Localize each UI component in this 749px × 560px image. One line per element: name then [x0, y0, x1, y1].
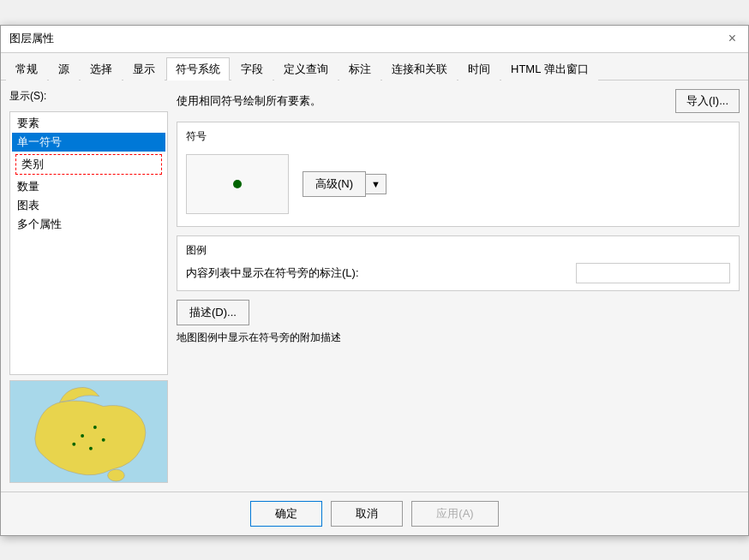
symbol-dot	[233, 180, 242, 188]
layer-properties-dialog: 图层属性 × 常规 源 选择 显示 符号系统 字段 定义查询 标注 连接和关联 …	[0, 25, 749, 536]
symbol-section: 符号 高级(N) ▼	[177, 122, 740, 227]
svg-point-4	[72, 442, 75, 445]
main-description: 使用相同符号绘制所有要素。	[177, 93, 321, 109]
description-section: 描述(D)... 地图图例中显示在符号旁的附加描述	[177, 300, 740, 345]
tab-fields[interactable]: 字段	[231, 57, 273, 80]
list-item-features[interactable]: 要素	[12, 114, 165, 133]
right-panel: 使用相同符号绘制所有要素。 导入(I)... 符号 高级(N) ▼	[177, 89, 740, 483]
tab-symbology[interactable]: 符号系统	[166, 57, 230, 80]
close-button[interactable]: ×	[725, 30, 740, 47]
tab-source[interactable]: 源	[49, 57, 79, 80]
svg-point-3	[93, 426, 97, 429]
legend-section: 图例 内容列表中显示在符号旁的标注(L):	[177, 235, 740, 291]
left-panel: 显示(S): 要素 单一符号 类别 数量 图表 多个属性	[9, 89, 168, 483]
map-preview	[9, 380, 168, 483]
legend-row: 内容列表中显示在符号旁的标注(L):	[186, 263, 730, 283]
tab-html-popup[interactable]: HTML 弹出窗口	[501, 57, 598, 80]
tab-time[interactable]: 时间	[458, 57, 500, 80]
tab-labels[interactable]: 标注	[339, 57, 380, 80]
svg-point-6	[89, 446, 93, 450]
import-button[interactable]: 导入(I)...	[675, 89, 740, 113]
tab-selection[interactable]: 选择	[81, 57, 122, 80]
content-area: 显示(S): 要素 单一符号 类别 数量 图表 多个属性	[1, 80, 748, 491]
display-label: 显示(S):	[9, 89, 168, 104]
legend-label: 图例	[186, 243, 730, 258]
describe-button[interactable]: 描述(D)...	[177, 300, 249, 325]
display-list: 要素 单一符号 类别 数量 图表 多个属性	[9, 111, 168, 375]
list-item-single-symbol[interactable]: 单一符号	[12, 133, 165, 152]
footer: 确定 取消 应用(A)	[1, 491, 748, 535]
list-item-categories[interactable]: 类别	[15, 154, 162, 175]
list-item-multiple-attributes[interactable]: 多个属性	[12, 215, 165, 234]
top-row: 使用相同符号绘制所有要素。 导入(I)...	[177, 89, 740, 113]
svg-point-5	[102, 438, 105, 441]
symbol-preview[interactable]	[186, 154, 289, 214]
advanced-dropdown-arrow[interactable]: ▼	[366, 174, 386, 194]
advanced-button[interactable]: 高级(N)	[303, 171, 366, 197]
apply-button[interactable]: 应用(A)	[411, 501, 498, 527]
svg-point-1	[108, 469, 125, 481]
ok-button[interactable]: 确定	[250, 501, 322, 527]
list-item-quantities[interactable]: 数量	[12, 177, 165, 196]
tab-definition-query[interactable]: 定义查询	[274, 57, 338, 80]
tab-display[interactable]: 显示	[123, 57, 165, 80]
cancel-button[interactable]: 取消	[331, 501, 403, 527]
title-bar: 图层属性 ×	[1, 26, 748, 53]
legend-input-label: 内容列表中显示在符号旁的标注(L):	[186, 265, 359, 281]
tab-general[interactable]: 常规	[6, 57, 47, 80]
symbol-label: 符号	[186, 129, 730, 144]
legend-input[interactable]	[576, 263, 730, 283]
tab-bar: 常规 源 选择 显示 符号系统 字段 定义查询 标注 连接和关联 时间 HTML…	[1, 53, 748, 80]
symbol-row: 高级(N) ▼	[186, 149, 730, 219]
tab-joins-relates[interactable]: 连接和关联	[382, 57, 457, 80]
svg-point-2	[81, 433, 84, 437]
advanced-btn-container: 高级(N) ▼	[303, 171, 386, 197]
dialog-title: 图层属性	[9, 31, 54, 46]
describe-hint: 地图图例中显示在符号旁的附加描述	[177, 331, 740, 345]
list-item-charts[interactable]: 图表	[12, 196, 165, 215]
